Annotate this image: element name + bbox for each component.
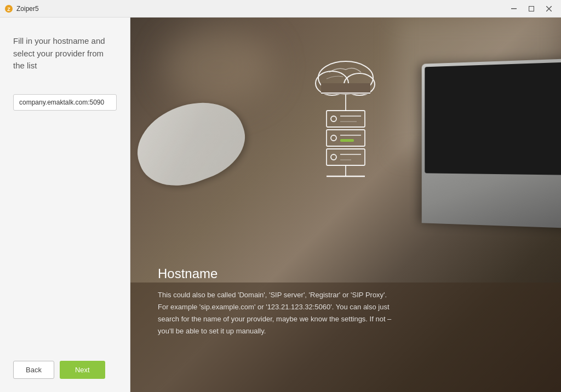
svg-rect-3 <box>529 6 534 11</box>
laptop-decoration <box>422 59 561 228</box>
next-button[interactable]: Next <box>60 361 105 379</box>
close-button[interactable] <box>541 3 557 14</box>
hostname-illustration <box>291 45 400 209</box>
svg-rect-16 <box>327 130 365 146</box>
app-title: Zoiper5 <box>16 5 39 13</box>
titlebar-controls <box>506 3 557 14</box>
bg-blur-accent1 <box>163 28 273 105</box>
button-group: Back Next <box>13 352 117 379</box>
right-panel-title: Hostname <box>158 266 534 281</box>
right-panel-description: This could also be called 'Domain', 'SIP… <box>158 289 393 337</box>
back-button[interactable]: Back <box>13 361 54 379</box>
svg-point-22 <box>331 154 336 160</box>
svg-point-17 <box>331 135 336 141</box>
app-icon: Z <box>4 4 13 13</box>
svg-rect-12 <box>327 111 365 127</box>
titlebar: Z Zoiper5 <box>0 0 561 18</box>
main-container: Fill in your hostname and select your pr… <box>0 18 561 392</box>
svg-rect-20 <box>340 139 354 142</box>
hostname-input[interactable] <box>13 94 117 111</box>
svg-text:Z: Z <box>7 7 10 12</box>
minimize-button[interactable] <box>506 3 522 14</box>
left-panel: Fill in your hostname and select your pr… <box>0 18 130 392</box>
right-panel-content: Hostname This could also be called 'Doma… <box>158 266 534 337</box>
svg-rect-2 <box>511 8 517 9</box>
svg-rect-21 <box>327 149 365 165</box>
titlebar-left: Z Zoiper5 <box>4 4 39 13</box>
svg-point-13 <box>331 116 336 122</box>
laptop-screen <box>425 62 561 175</box>
right-panel: Hostname This could also be called 'Doma… <box>130 18 561 392</box>
maximize-button[interactable] <box>524 3 539 14</box>
description-text: Fill in your hostname and select your pr… <box>13 35 117 72</box>
